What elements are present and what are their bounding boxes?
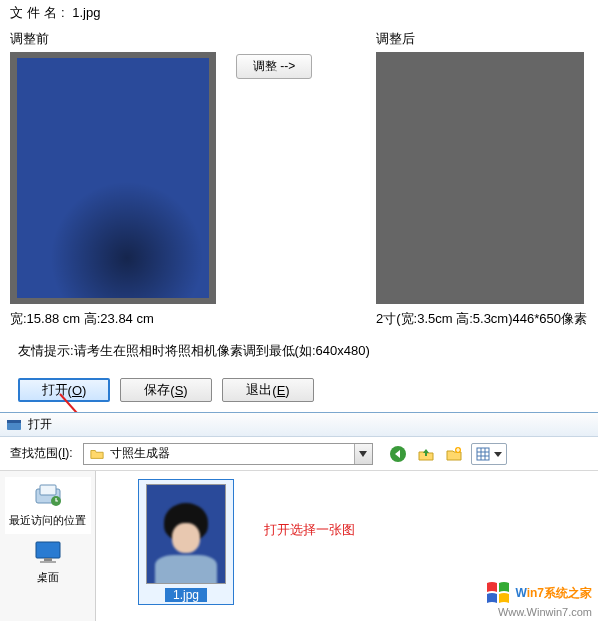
svg-rect-14 — [44, 558, 52, 561]
svg-rect-11 — [40, 485, 56, 495]
exit-button[interactable]: 退出(E) — [222, 378, 314, 402]
new-folder-button[interactable] — [443, 443, 465, 465]
thumbnail-image — [146, 484, 226, 584]
hint-text: 友情提示:请考生在照相时将照相机像素调到最低(如:640x480) — [18, 342, 588, 360]
filename-label: 文件名: — [10, 5, 69, 20]
back-button[interactable] — [387, 443, 409, 465]
dialog-title: 打开 — [28, 416, 52, 433]
before-caption: 宽:15.88 cm 高:23.84 cm — [10, 310, 216, 328]
filename-value: 1.jpg — [72, 5, 100, 20]
after-caption: 2寸(宽:3.5cm 高:5.3cm)446*650像素 — [376, 310, 588, 328]
before-title: 调整前 — [10, 30, 216, 48]
lookin-label: 查找范围(I): — [10, 445, 73, 462]
view-menu-button[interactable] — [471, 443, 507, 465]
folder-icon — [90, 447, 104, 461]
after-image — [376, 52, 584, 304]
dialog-toolbar: 查找范围(I): 寸照生成器 — [0, 437, 598, 471]
svg-rect-5 — [477, 448, 489, 460]
lookin-value: 寸照生成器 — [110, 445, 170, 462]
thumbnail-filename: 1.jpg — [165, 588, 207, 602]
watermark-title: Win7系统之家 — [515, 585, 592, 602]
dropdown-arrow-icon[interactable] — [354, 444, 372, 464]
up-level-button[interactable] — [415, 443, 437, 465]
filename-row: 文件名: 1.jpg — [10, 4, 588, 22]
annotation-text: 打开选择一张图 — [264, 521, 355, 539]
svg-rect-13 — [36, 542, 60, 558]
adjust-button[interactable]: 调整 --> — [236, 54, 312, 79]
desktop-icon — [32, 536, 64, 568]
before-frame — [10, 52, 216, 304]
app-icon — [6, 417, 22, 433]
before-image — [17, 58, 209, 298]
dialog-titlebar: 打开 — [0, 413, 598, 437]
save-button[interactable]: 保存(S) — [120, 378, 212, 402]
svg-rect-15 — [40, 561, 56, 563]
watermark-url: Www.Winwin7.com — [498, 606, 592, 618]
open-button[interactable]: 打开(O) — [18, 378, 110, 402]
lookin-dropdown[interactable]: 寸照生成器 — [83, 443, 373, 465]
after-panel: 调整后 2寸(宽:3.5cm 高:5.3cm)446*650像素 — [376, 30, 588, 328]
place-desktop[interactable]: 桌面 — [5, 534, 91, 591]
watermark: Win7系统之家 Www.Winwin7.com — [485, 580, 592, 618]
file-thumbnail[interactable]: 1.jpg — [138, 479, 234, 605]
before-panel: 调整前 宽:15.88 cm 高:23.84 cm — [10, 30, 216, 328]
recent-icon — [32, 479, 64, 511]
place-recent[interactable]: 最近访问的位置 — [5, 477, 91, 534]
win7-logo-icon — [485, 580, 511, 606]
after-title: 调整后 — [376, 30, 588, 48]
places-bar: 最近访问的位置 桌面 — [0, 471, 96, 621]
svg-rect-2 — [7, 420, 21, 423]
